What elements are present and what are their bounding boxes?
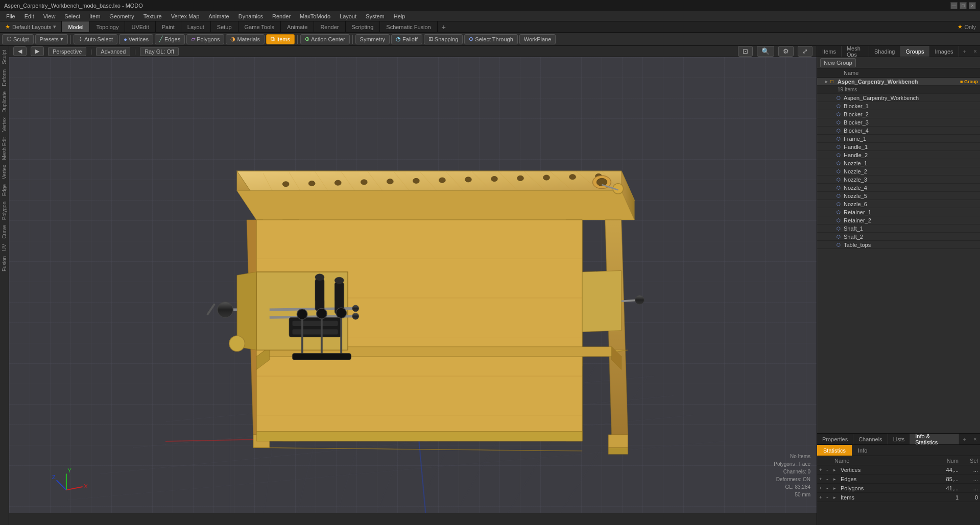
item-row-5[interactable]: ⬡ Frame_1 bbox=[817, 135, 980, 143]
stats-arrow-3[interactable]: ▸ bbox=[833, 495, 839, 500]
items-button[interactable]: ⧉ Items bbox=[266, 34, 295, 44]
expand-arrow-icon[interactable]: ▸ bbox=[825, 79, 830, 84]
add-layout-tab-button[interactable]: + bbox=[438, 21, 450, 32]
layout-tab-animate[interactable]: Animate bbox=[281, 21, 314, 32]
stats-row-polygons[interactable]: + - ▸ Polygons 41,... ... bbox=[817, 484, 980, 493]
stats-tab-statistics[interactable]: Statistics bbox=[817, 445, 852, 456]
viewport-perspective[interactable]: Perspective bbox=[48, 47, 86, 56]
symmetry-button[interactable]: Symmetry bbox=[355, 34, 390, 44]
layout-preset[interactable]: ★ Default Layouts ▾ bbox=[0, 21, 62, 32]
vertices-button[interactable]: ● Vertices bbox=[119, 34, 153, 44]
menu-animate[interactable]: Animate bbox=[204, 12, 233, 20]
left-tab-vertex2[interactable]: Vertex bbox=[1, 163, 9, 181]
item-list[interactable]: ▸ □ Aspen_Carpentry_Workbench ■ Group 19… bbox=[817, 78, 980, 433]
stats-arrow-1[interactable]: ▸ bbox=[833, 477, 839, 482]
stats-tab-info[interactable]: Info bbox=[852, 445, 873, 456]
layout-tab-uvedit[interactable]: UVEdit bbox=[125, 21, 155, 32]
item-row-18[interactable]: ⬡ Table_tops bbox=[817, 241, 980, 249]
select-through-button[interactable]: ⊙ Select Through bbox=[464, 34, 517, 44]
viewport-zoom-button[interactable]: 🔍 bbox=[757, 46, 774, 57]
stats-minus-3[interactable]: - bbox=[826, 494, 831, 501]
edges-button[interactable]: ╱ Edges bbox=[155, 34, 185, 44]
right-panel-close-button[interactable]: × bbox=[970, 46, 980, 57]
minimize-button[interactable]: — bbox=[950, 2, 958, 9]
bottom-tab-channels[interactable]: Channels bbox=[853, 434, 888, 444]
item-row-15[interactable]: ⬡ Retainer_2 bbox=[817, 216, 980, 224]
layout-tab-gametools[interactable]: Game Tools bbox=[238, 21, 281, 32]
menu-texture[interactable]: Texture bbox=[139, 12, 166, 20]
viewport-settings-button[interactable]: ⚙ bbox=[778, 46, 794, 57]
right-tab-images[interactable]: Images bbox=[929, 46, 959, 57]
item-row-16[interactable]: ⬡ Shaft_1 bbox=[817, 224, 980, 233]
stats-expand-1[interactable]: + bbox=[819, 477, 824, 482]
stats-row-edges[interactable]: + - ▸ Edges 85,... ... bbox=[817, 474, 980, 484]
item-row-2[interactable]: ⬡ Blocker_2 bbox=[817, 110, 980, 118]
left-tab-fusion[interactable]: Fusion bbox=[1, 254, 9, 273]
stats-arrow-0[interactable]: ▸ bbox=[833, 467, 839, 472]
falloff-button[interactable]: ◔ Falloff bbox=[391, 34, 422, 44]
bottom-tab-info-statistics[interactable]: Info & Statistics bbox=[910, 434, 959, 444]
left-tab-sculpt[interactable]: Sculpt bbox=[1, 48, 9, 66]
item-row-12[interactable]: ⬡ Nozzle_5 bbox=[817, 192, 980, 200]
right-tab-meshops[interactable]: Mesh Ops bbox=[842, 46, 869, 57]
menu-view[interactable]: View bbox=[39, 12, 60, 20]
action-center-button[interactable]: ⊕ Action Center bbox=[300, 34, 350, 44]
snapping-button[interactable]: ⊞ Snapping bbox=[424, 34, 463, 44]
workplane-button[interactable]: WorkPlane bbox=[519, 34, 556, 44]
left-tab-curve[interactable]: Curve bbox=[1, 223, 9, 241]
add-bottom-tab-button[interactable]: + bbox=[959, 434, 970, 444]
layout-tab-layout[interactable]: Layout bbox=[181, 21, 211, 32]
item-row-17[interactable]: ⬡ Shaft_2 bbox=[817, 233, 980, 241]
item-row-6[interactable]: ⬡ Handle_1 bbox=[817, 143, 980, 151]
bottom-tab-lists[interactable]: Lists bbox=[888, 434, 911, 444]
polygons-button[interactable]: ▱ Polygons bbox=[186, 34, 224, 44]
menu-layout[interactable]: Layout bbox=[336, 12, 361, 20]
item-row-4[interactable]: ⬡ Blocker_4 bbox=[817, 127, 980, 135]
stats-expand-3[interactable]: + bbox=[819, 495, 824, 500]
auto-select-button[interactable]: ⊹ Auto Select bbox=[74, 34, 117, 44]
item-row-3[interactable]: ⬡ Blocker_3 bbox=[817, 118, 980, 127]
stats-minus-1[interactable]: - bbox=[826, 476, 831, 483]
left-tab-edge[interactable]: Edge bbox=[1, 182, 9, 198]
menu-vertexmap[interactable]: Vertex Map bbox=[167, 12, 204, 20]
viewport-canvas[interactable]: X Y Z No Items Polygons : Face Channels:… bbox=[9, 57, 817, 513]
stats-minus-0[interactable]: - bbox=[826, 466, 831, 473]
sculpt-button[interactable]: ⬡ Sculpt bbox=[2, 34, 34, 44]
item-row-0[interactable]: ⬡ Aspen_Carpentry_Workbench bbox=[817, 94, 980, 102]
layout-tab-setup[interactable]: Setup bbox=[211, 21, 238, 32]
stats-expand-2[interactable]: + bbox=[819, 486, 824, 491]
left-tab-vertex[interactable]: Vertex bbox=[1, 115, 9, 134]
layout-tab-topology[interactable]: Topology bbox=[90, 21, 125, 32]
left-tab-meshedit[interactable]: Mesh Edit bbox=[1, 135, 9, 162]
stats-arrow-2[interactable]: ▸ bbox=[833, 486, 839, 491]
layout-tab-scripting[interactable]: Scripting bbox=[346, 21, 380, 32]
menu-item[interactable]: Item bbox=[85, 12, 104, 20]
layout-tab-schematic[interactable]: Schematic Fusion bbox=[380, 21, 437, 32]
left-tab-uv[interactable]: UV bbox=[1, 242, 9, 253]
menu-edit[interactable]: Edit bbox=[20, 12, 38, 20]
viewport-nav-forward[interactable]: ▶ bbox=[31, 46, 44, 56]
close-button[interactable]: × bbox=[969, 2, 976, 9]
item-row-10[interactable]: ⬡ Nozzle_3 bbox=[817, 176, 980, 184]
viewport-advanced[interactable]: Advanced bbox=[96, 47, 130, 56]
item-row-14[interactable]: ⬡ Retainer_1 bbox=[817, 208, 980, 216]
add-right-tab-button[interactable]: + bbox=[959, 46, 970, 57]
menu-maxtomodo[interactable]: MaxToModo bbox=[296, 12, 334, 20]
new-group-button[interactable]: New Group bbox=[820, 58, 856, 67]
item-row-7[interactable]: ⬡ Handle_2 bbox=[817, 151, 980, 159]
bottom-tab-properties[interactable]: Properties bbox=[817, 434, 853, 444]
item-row-root[interactable]: ▸ □ Aspen_Carpentry_Workbench ■ Group bbox=[817, 78, 980, 86]
viewport-expand-button[interactable]: ⤢ bbox=[798, 46, 812, 57]
item-row-11[interactable]: ⬡ Nozzle_4 bbox=[817, 184, 980, 192]
layout-tab-paint[interactable]: Paint bbox=[156, 21, 181, 32]
presets-button[interactable]: Presets ▾ bbox=[35, 34, 68, 44]
right-tab-groups[interactable]: Groups bbox=[900, 46, 929, 57]
item-row-1[interactable]: ⬡ Blocker_1 bbox=[817, 102, 980, 110]
menu-help[interactable]: Help bbox=[390, 12, 410, 20]
materials-button[interactable]: ◑ Materials bbox=[226, 34, 265, 44]
item-row-8[interactable]: ⬡ Nozzle_1 bbox=[817, 159, 980, 167]
menu-file[interactable]: File bbox=[2, 12, 19, 20]
left-tab-duplicate[interactable]: Duplicate bbox=[1, 89, 9, 115]
menu-geometry[interactable]: Geometry bbox=[105, 12, 138, 20]
right-tab-shading[interactable]: Shading bbox=[869, 46, 900, 57]
